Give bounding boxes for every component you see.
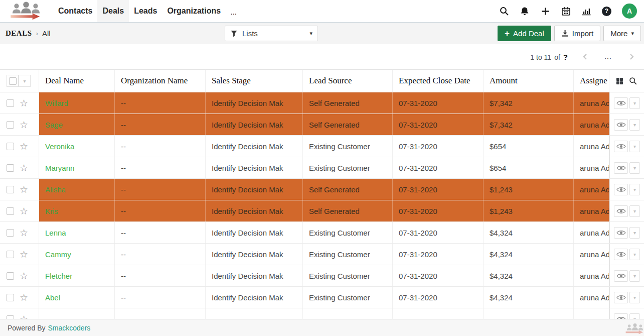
star-icon[interactable]: ☆: [20, 314, 28, 319]
row-more-button[interactable]: ▾: [629, 184, 640, 195]
lists-dropdown[interactable]: Lists ▾: [225, 26, 318, 41]
star-icon[interactable]: ☆: [20, 98, 28, 108]
row-checkbox[interactable]: [7, 186, 14, 193]
add-deal-button[interactable]: + Add Deal: [498, 26, 551, 41]
row-more-button[interactable]: ▾: [629, 119, 640, 131]
nav-item-organizations[interactable]: Organizations: [162, 0, 226, 22]
column-header-assigne[interactable]: Assigne: [574, 70, 609, 92]
row-checkbox[interactable]: [7, 251, 14, 258]
table-row-partial[interactable]: ☆▾: [0, 308, 644, 319]
row-checkbox[interactable]: [7, 99, 14, 107]
view-deal-button[interactable]: [614, 205, 628, 217]
column-header-expected-close-date[interactable]: Expected Close Date: [393, 70, 484, 92]
deal-name-link[interactable]: Lenna: [45, 229, 66, 237]
table-row[interactable]: ☆Lenna--Identify Decision MakExisting Cu…: [0, 222, 644, 244]
row-checkbox[interactable]: [7, 164, 14, 172]
star-icon[interactable]: ☆: [20, 228, 28, 238]
star-icon[interactable]: ☆: [20, 142, 28, 151]
nav-more-modules[interactable]: ...: [226, 0, 242, 22]
table-row[interactable]: ☆Willard--Identify Decision MakSelf Gene…: [0, 92, 644, 114]
table-row[interactable]: ☆Alisha--Identify Decision MakSelf Gener…: [0, 179, 644, 200]
table-row[interactable]: ☆Sage--Identify Decision MakSelf Generat…: [0, 114, 644, 136]
row-more-button[interactable]: ▾: [629, 270, 640, 282]
nav-item-leads[interactable]: Leads: [129, 0, 162, 22]
search-icon[interactable]: [499, 6, 509, 16]
deal-name-link[interactable]: Maryann: [45, 164, 74, 172]
row-checkbox[interactable]: [7, 315, 14, 319]
row-checkbox[interactable]: [7, 294, 14, 301]
view-deal-button[interactable]: [614, 270, 628, 282]
star-icon[interactable]: ☆: [20, 163, 28, 173]
view-deal-button[interactable]: [614, 119, 628, 131]
star-icon[interactable]: ☆: [20, 250, 28, 259]
star-icon[interactable]: ☆: [20, 293, 28, 302]
app-logo[interactable]: [0, 0, 53, 22]
nav-item-deals[interactable]: Deals: [97, 0, 129, 22]
configure-columns-icon[interactable]: [616, 78, 623, 84]
table-row[interactable]: ☆Cammy--Identify Decision MakExisting Cu…: [0, 244, 644, 265]
smackcoders-link[interactable]: Smackcoders: [48, 324, 90, 332]
column-header-sales-stage[interactable]: Sales Stage: [206, 70, 303, 92]
user-avatar[interactable]: A: [622, 4, 637, 19]
reports-chart-icon[interactable]: [581, 6, 591, 16]
view-deal-button[interactable]: [614, 162, 628, 174]
star-icon[interactable]: ☆: [20, 185, 28, 194]
next-page-button[interactable]: [626, 51, 637, 62]
table-row[interactable]: ☆Kris--Identify Decision MakSelf Generat…: [0, 200, 644, 222]
deal-name-link[interactable]: Abel: [45, 293, 60, 302]
deal-name-link[interactable]: Fletcher: [45, 272, 72, 280]
view-deal-button[interactable]: [614, 141, 628, 152]
column-header-lead-source[interactable]: Lead Source: [303, 70, 393, 92]
table-row[interactable]: ☆Veronika--Identify Decision MakExisting…: [0, 136, 644, 157]
column-header-amount[interactable]: Amount: [484, 70, 574, 92]
row-more-button[interactable]: ▾: [629, 313, 640, 319]
help-icon[interactable]: ?: [602, 7, 611, 16]
view-deal-button[interactable]: [614, 227, 628, 239]
row-more-button[interactable]: ▾: [629, 249, 640, 260]
star-icon[interactable]: ☆: [20, 271, 28, 281]
prev-page-button[interactable]: [580, 51, 591, 62]
star-icon[interactable]: ☆: [20, 120, 28, 130]
import-button[interactable]: Import: [554, 26, 601, 41]
more-button[interactable]: More ▾: [603, 26, 641, 41]
quick-add-icon[interactable]: [540, 6, 550, 16]
view-deal-button[interactable]: [614, 184, 628, 195]
row-checkbox[interactable]: [7, 229, 14, 237]
column-header-deal-name[interactable]: Deal Name: [39, 70, 115, 92]
row-checkbox[interactable]: [7, 272, 14, 280]
table-row[interactable]: ☆Fletcher--Identify Decision MakExisting…: [0, 265, 644, 287]
nav-item-contacts[interactable]: Contacts: [53, 0, 97, 22]
deal-name-link[interactable]: Sage: [45, 121, 63, 129]
row-more-button[interactable]: ▾: [629, 227, 640, 239]
import-label: Import: [572, 29, 594, 38]
deal-name-link[interactable]: Willard: [45, 99, 68, 107]
total-count-link[interactable]: ?: [563, 53, 568, 61]
view-deal-button[interactable]: [614, 97, 628, 109]
table-row[interactable]: ☆Abel--Identify Decision MakExisting Cus…: [0, 287, 644, 308]
row-more-button[interactable]: ▾: [629, 141, 640, 152]
breadcrumb-module[interactable]: DEALS: [6, 29, 32, 38]
view-deal-button[interactable]: [614, 292, 628, 303]
row-more-button[interactable]: ▾: [629, 205, 640, 217]
select-options-box[interactable]: ▾: [19, 75, 31, 87]
column-header-organization-name[interactable]: Organization Name: [115, 70, 206, 92]
row-more-button[interactable]: ▾: [629, 292, 640, 303]
row-checkbox[interactable]: [7, 207, 14, 215]
row-more-button[interactable]: ▾: [629, 162, 640, 174]
deal-name-link[interactable]: Veronika: [45, 142, 74, 151]
table-row[interactable]: ☆Maryann--Identify Decision MakExisting …: [0, 157, 644, 179]
row-more-button[interactable]: ▾: [629, 97, 640, 109]
deal-name-link[interactable]: Kris: [45, 207, 58, 215]
row-checkbox[interactable]: [7, 121, 14, 129]
page-jump-button[interactable]: ...: [603, 51, 614, 62]
select-all-checkbox[interactable]: [9, 77, 17, 85]
row-checkbox[interactable]: [7, 143, 14, 150]
calendar-icon[interactable]: [561, 6, 571, 16]
view-deal-button[interactable]: [614, 313, 628, 319]
star-icon[interactable]: ☆: [20, 206, 28, 216]
bell-icon[interactable]: [520, 6, 530, 16]
view-deal-button[interactable]: [614, 249, 628, 260]
list-search-icon[interactable]: [629, 77, 637, 85]
deal-name-link[interactable]: Cammy: [45, 250, 71, 259]
deal-name-link[interactable]: Alisha: [45, 185, 66, 194]
